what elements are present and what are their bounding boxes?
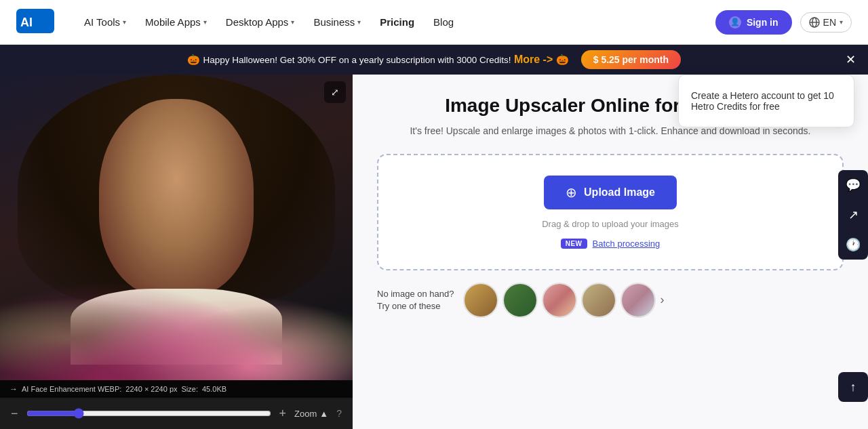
zoom-label: Zoom ▲ xyxy=(294,409,328,419)
banner-price-button[interactable]: $ 5.25 per month xyxy=(581,50,681,69)
new-badge: NEW xyxy=(561,239,587,249)
flowers-layer xyxy=(0,243,353,380)
expand-button[interactable]: ⤢ xyxy=(324,81,346,103)
plus-icon: ⊕ xyxy=(566,184,577,201)
image-container: ⤢ xyxy=(0,75,353,380)
navbar: AI AI Tools ▾ Mobile Apps ▾ Desktop Apps… xyxy=(0,0,868,45)
batch-row: NEW Batch processing xyxy=(561,239,660,249)
chevron-down-icon: ▾ xyxy=(203,18,207,26)
sample-thumb-3[interactable] xyxy=(542,283,577,318)
arrow-icon: → xyxy=(9,384,18,394)
sample-thumb-5[interactable] xyxy=(620,283,656,318)
zoom-out-button[interactable]: − xyxy=(11,407,18,421)
share-float-button[interactable]: ↗ xyxy=(838,200,868,230)
try-section: No image on hand? Try one of these xyxy=(377,283,844,318)
right-panel: Image Upscaler Online for free via AI It… xyxy=(353,75,868,429)
svg-text:AI: AI xyxy=(20,16,33,29)
nav-links: AI Tools ▾ Mobile Apps ▾ Desktop Apps ▾ … xyxy=(76,11,715,33)
image-info-bar: → AI Face Enhancement WEBP: 2240 × 2240 … xyxy=(0,380,353,398)
nav-item-desktop-apps[interactable]: Desktop Apps ▾ xyxy=(218,11,303,33)
arrow-up-icon: ↑ xyxy=(850,380,856,394)
size-label: Size: xyxy=(182,385,198,393)
sample-thumb-2[interactable] xyxy=(502,283,538,318)
sample-thumb-4[interactable] xyxy=(581,283,616,318)
nav-item-blog[interactable]: Blog xyxy=(425,11,462,33)
zoom-bar: − + Zoom ▲ ? xyxy=(0,398,353,429)
globe-icon xyxy=(809,17,820,28)
halloween-emoji: 🎃 xyxy=(187,54,200,66)
share-icon: ↗ xyxy=(848,207,859,222)
zoom-slider[interactable] xyxy=(26,408,271,419)
promo-banner: 🎃 Happy Halloween! Get 30% OFF on a year… xyxy=(0,45,868,75)
sign-in-button[interactable]: 👤 Sign in xyxy=(715,10,792,35)
nav-item-ai-tools[interactable]: AI Tools ▾ xyxy=(76,11,134,33)
portrait-image xyxy=(0,75,353,380)
upload-image-button[interactable]: ⊕ Upload Image xyxy=(544,176,677,209)
right-float-buttons: 💬 ↗ 🕐 xyxy=(838,170,868,260)
help-icon[interactable]: ? xyxy=(336,408,342,419)
pumpkin-emoji-2: 🎃 xyxy=(556,54,569,66)
upload-area: ⊕ Upload Image Drag & drop to upload you… xyxy=(377,154,844,270)
drag-drop-text: Drag & drop to upload your images xyxy=(542,219,679,229)
banner-close-button[interactable]: ✕ xyxy=(846,52,856,67)
scroll-to-top-button[interactable]: ↑ xyxy=(838,372,868,402)
history-float-button[interactable]: 🕐 xyxy=(838,230,868,260)
main-layout: ⤢ → AI Face Enhancement WEBP: 2240 × 224… xyxy=(0,75,868,429)
chevron-down-icon: ▾ xyxy=(357,18,361,26)
language-button[interactable]: EN ▾ xyxy=(800,12,852,33)
nav-actions: 👤 Sign in EN ▾ xyxy=(715,10,852,35)
chat-float-button[interactable]: 💬 xyxy=(838,170,868,200)
banner-more-link[interactable]: More -> xyxy=(514,54,553,66)
file-label: AI Face Enhancement WEBP: xyxy=(22,385,121,393)
nav-item-business[interactable]: Business ▾ xyxy=(305,11,369,33)
image-viewer: ⤢ → AI Face Enhancement WEBP: 2240 × 224… xyxy=(0,75,353,429)
nav-item-mobile-apps[interactable]: Mobile Apps ▾ xyxy=(137,11,215,33)
size-value: 45.0KB xyxy=(202,385,226,393)
user-icon: 👤 xyxy=(729,16,741,28)
batch-processing-link[interactable]: Batch processing xyxy=(593,239,660,249)
chevron-down-icon: ▾ xyxy=(840,18,843,26)
try-thumbnails: › xyxy=(463,283,664,318)
try-label: No image on hand? Try one of these xyxy=(377,288,454,312)
zoom-in-button[interactable]: + xyxy=(279,407,287,421)
chevron-down-icon: ▾ xyxy=(291,18,294,26)
dropdown-create-account[interactable]: Create a Hetero account to get 10 Hetro … xyxy=(691,85,842,117)
banner-text: Happy Halloween! Get 30% OFF on a yearly… xyxy=(203,55,511,65)
clock-icon: 🕐 xyxy=(846,237,861,252)
nav-item-pricing[interactable]: Pricing xyxy=(372,11,422,33)
account-dropdown: Create a Hetero account to get 10 Hetro … xyxy=(678,75,854,127)
logo[interactable]: AI xyxy=(16,9,54,36)
chevron-down-icon: ▾ xyxy=(123,18,126,26)
sample-thumb-1[interactable] xyxy=(463,283,498,318)
file-dimensions: 2240 × 2240 px xyxy=(125,385,177,393)
chat-icon: 💬 xyxy=(846,178,861,192)
chevron-up-icon: ▲ xyxy=(319,409,328,419)
thumbnails-next-button[interactable]: › xyxy=(660,293,664,307)
